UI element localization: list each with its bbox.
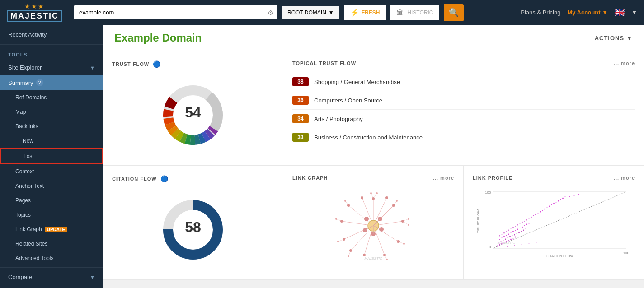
svg-point-117 <box>520 228 521 228</box>
root-domain-dropdown[interactable]: ROOT DOMAIN ▼ <box>282 6 339 19</box>
sidebar-item-ref-domains[interactable]: Ref Domains <box>0 90 103 105</box>
bottom-row: CITATION FLOW 🔵 58 LINK GRAPH <box>103 166 644 280</box>
sidebar-item-related-sites[interactable]: Related Sites <box>0 237 103 251</box>
gear-icon[interactable]: ⚙ <box>268 9 273 16</box>
svg-point-141 <box>540 211 541 213</box>
my-account-link[interactable]: My Account ▼ <box>567 9 608 16</box>
svg-point-129 <box>512 227 514 228</box>
svg-text:MAJESTIC: MAJESTIC <box>498 241 516 245</box>
pages-label: Pages <box>15 197 31 204</box>
sidebar-item-backlinks[interactable]: Backlinks <box>0 119 103 134</box>
main-content: Example Domain ACTIONS ▼ TRUST FLOW 🔵 <box>103 25 644 288</box>
sidebar-item-site-explorer[interactable]: Site Explorer ▼ <box>0 60 103 75</box>
svg-point-137 <box>531 217 532 218</box>
site-explorer-arrow-icon: ▼ <box>90 65 95 70</box>
search-button[interactable]: 🔍 <box>444 4 464 21</box>
topical-trust-flow-more-link[interactable]: ... more <box>614 60 635 66</box>
logo: ★★★ MAJESTIC <box>7 3 62 22</box>
plans-pricing-link[interactable]: Plans & Pricing <box>521 9 560 16</box>
language-flag-icon[interactable]: 🇬🇧 <box>615 8 625 18</box>
anchor-text-label: Anchor Text <box>15 183 44 189</box>
sidebar-item-summary[interactable]: Summary ? <box>0 75 103 90</box>
svg-point-138 <box>533 215 534 216</box>
svg-text:MAJESTIC: MAJESTIC <box>364 256 382 260</box>
ref-domains-label: Ref Domains <box>15 94 47 101</box>
svg-point-124 <box>502 234 503 235</box>
actions-label: ACTIONS <box>595 35 625 42</box>
sidebar-item-new[interactable]: New <box>0 134 103 148</box>
sidebar-item-link-graph[interactable]: Link Graph UPDATE <box>0 222 103 237</box>
trust-flow-chart: 54 <box>112 74 274 156</box>
svg-point-62 <box>337 241 339 242</box>
topics-label: Topics <box>15 212 31 218</box>
sidebar-item-context[interactable]: Context <box>0 164 103 179</box>
sidebar-item-pages[interactable]: Pages <box>0 193 103 208</box>
sidebar-item-advanced-tools[interactable]: Advanced Tools <box>0 251 103 265</box>
svg-point-45 <box>392 204 395 207</box>
link-profile-more-link[interactable]: ... more <box>614 175 635 181</box>
my-account-label: My Account <box>567 9 600 16</box>
fresh-label: FRESH <box>362 9 380 16</box>
svg-point-142 <box>542 210 543 211</box>
sidebar-item-map[interactable]: Map <box>0 105 103 119</box>
svg-point-120 <box>526 224 527 225</box>
svg-point-143 <box>544 209 545 210</box>
svg-point-115 <box>515 230 516 231</box>
backlinks-label: Backlinks <box>15 123 38 130</box>
header-right: Plans & Pricing My Account ▼ 🇬🇧 ▼ <box>521 8 637 18</box>
svg-point-116 <box>517 229 518 230</box>
topical-trust-flow-row: 34 Arts / Photography <box>292 110 635 128</box>
citation-flow-info-icon[interactable]: 🔵 <box>160 175 169 182</box>
svg-point-59 <box>408 224 409 226</box>
svg-point-100 <box>509 236 511 237</box>
search-input[interactable] <box>74 5 277 19</box>
svg-point-147 <box>553 203 555 204</box>
svg-point-66 <box>396 200 398 202</box>
advanced-tools-label: Advanced Tools <box>15 255 54 261</box>
svg-point-44 <box>372 197 375 200</box>
trust-flow-donut-svg: 54 <box>157 79 229 151</box>
actions-button[interactable]: ACTIONS ▼ <box>595 35 633 42</box>
svg-point-149 <box>558 200 559 202</box>
svg-point-151 <box>562 198 564 199</box>
fresh-button[interactable]: ⚡ FRESH <box>344 5 386 20</box>
header: ★★★ MAJESTIC ⚙ ROOT DOMAIN ▼ ⚡ FRESH 🏛 H… <box>0 0 644 25</box>
svg-point-148 <box>556 202 557 203</box>
historic-button[interactable]: 🏛 HISTORIC <box>390 5 439 20</box>
sidebar-item-lost[interactable]: Lost <box>0 148 103 164</box>
compare-label: Compare <box>8 274 32 280</box>
sidebar-item-anchor-text[interactable]: Anchor Text <box>0 179 103 193</box>
lightning-icon: ⚡ <box>350 8 359 17</box>
svg-point-47 <box>397 240 400 243</box>
svg-point-52 <box>340 220 343 223</box>
sidebar-item-topics[interactable]: Topics <box>0 208 103 222</box>
svg-text:100: 100 <box>485 190 491 195</box>
svg-point-55 <box>385 196 388 199</box>
sidebar: Recent Activity TOOLS Site Explorer ▼ Su… <box>0 25 103 288</box>
svg-point-93 <box>510 239 512 240</box>
sidebar-item-compare[interactable]: Compare ▼ <box>0 269 103 284</box>
sidebar-divider-2 <box>0 267 103 268</box>
svg-point-109 <box>502 237 503 238</box>
root-domain-label: ROOT DOMAIN <box>287 9 326 16</box>
svg-point-57 <box>376 192 378 194</box>
link-profile-chart: TRUST FLOW 100 0 CITATION FLOW 100 <box>473 187 635 263</box>
svg-point-140 <box>538 213 539 214</box>
recent-activity-section: Recent Activity <box>0 25 103 42</box>
topical-trust-flow-panel: TOPICAL TRUST FLOW ... more 38 Shopping … <box>283 51 644 165</box>
summary-info-icon[interactable]: ? <box>36 79 43 86</box>
svg-point-136 <box>529 218 530 219</box>
svg-point-99 <box>508 237 508 238</box>
svg-point-126 <box>506 231 507 232</box>
svg-point-160 <box>536 242 537 243</box>
map-label: Map <box>15 109 26 115</box>
svg-point-145 <box>549 206 550 207</box>
link-graph-more-link[interactable]: ... more <box>433 175 454 181</box>
svg-text:100: 100 <box>623 251 630 255</box>
trust-flow-info-icon[interactable]: 🔵 <box>153 60 161 68</box>
svg-point-150 <box>560 199 561 200</box>
svg-point-60 <box>403 243 405 245</box>
svg-text:0: 0 <box>489 245 491 249</box>
top-row: TRUST FLOW 🔵 <box>103 51 644 166</box>
sidebar-item-bulk-backlinks[interactable]: Bulk Backlinks <box>0 284 103 288</box>
